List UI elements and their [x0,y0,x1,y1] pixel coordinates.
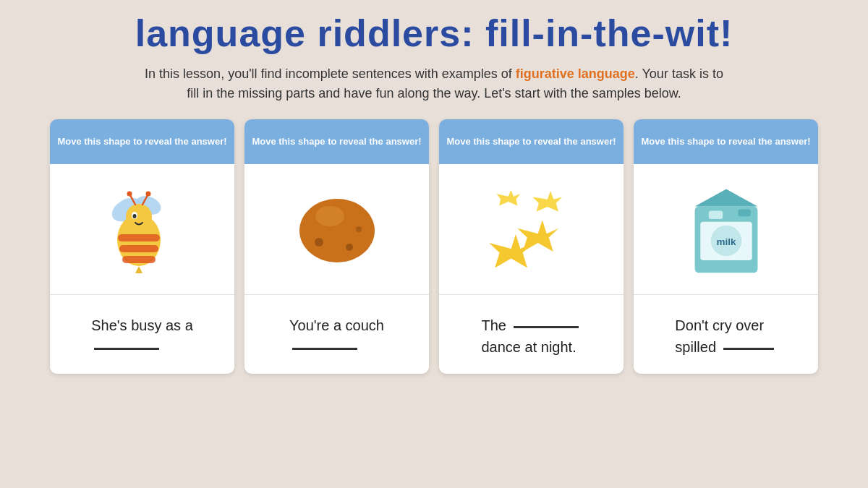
svg-point-17 [346,244,353,251]
card-potato-text: You're a couch [244,294,429,374]
svg-rect-29 [738,210,750,217]
card-milk: Move this shape to reveal the answer! mi… [634,119,818,374]
svg-marker-13 [135,266,142,273]
svg-point-18 [356,226,362,232]
card-bee-image [50,164,234,294]
svg-rect-4 [119,245,158,252]
card-bee: Move this shape to reveal the answer! [50,119,234,374]
card-stars-text: The dance at night. [439,294,624,374]
card-stars-image [439,164,624,294]
card-potato-image [244,164,429,294]
card-bee-text: She's busy as a [50,294,234,374]
svg-marker-24 [694,189,757,207]
svg-marker-21 [532,191,562,212]
svg-marker-20 [517,221,558,252]
svg-marker-22 [496,190,519,206]
potato-icon [290,186,384,273]
card-potato: Move this shape to reveal the answer! Yo… [244,119,429,374]
cards-container: Move this shape to reveal the answer! [22,119,846,374]
card-milk-reveal[interactable]: Move this shape to reveal the answer! [634,119,818,164]
svg-point-12 [145,192,150,197]
svg-rect-28 [708,211,722,220]
svg-marker-19 [489,234,533,267]
card-stars: Move this shape to reveal the answer! Th… [439,119,624,374]
card-milk-image: milk [634,164,818,294]
svg-point-6 [126,204,152,230]
subtitle: In this lesson, you'll find incomplete s… [137,64,731,103]
bee-icon [99,182,186,276]
svg-text:milk: milk [716,236,736,247]
milk-icon: milk [686,179,766,280]
stars-icon [481,182,582,276]
card-milk-text: Don't cry overspilled [634,294,818,374]
svg-point-16 [315,238,323,247]
card-bee-reveal[interactable]: Move this shape to reveal the answer! [50,119,234,164]
svg-rect-5 [122,256,156,263]
svg-point-15 [315,206,344,226]
svg-point-10 [127,192,132,197]
svg-point-8 [132,214,136,218]
card-potato-reveal[interactable]: Move this shape to reveal the answer! [244,119,429,164]
card-stars-reveal[interactable]: Move this shape to reveal the answer! [439,119,624,164]
page-title: language riddlers: fill-in-the-wit! [135,13,733,54]
svg-rect-3 [118,234,160,241]
